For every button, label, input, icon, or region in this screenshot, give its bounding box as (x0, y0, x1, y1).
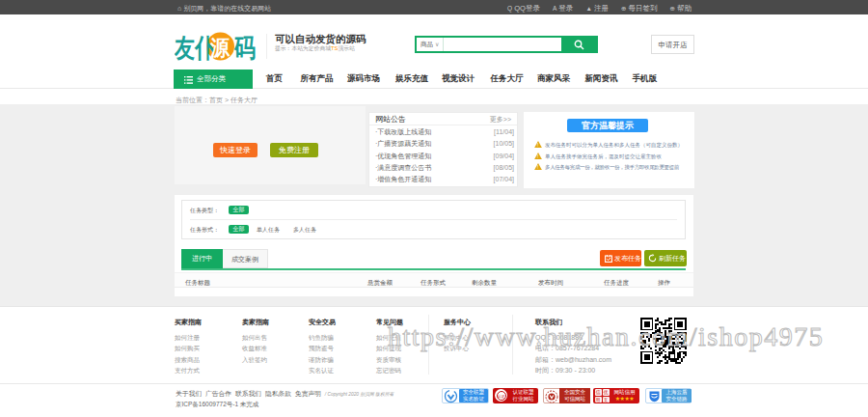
svg-text:友: 友 (175, 34, 195, 63)
svg-text:码: 码 (233, 34, 256, 63)
svg-text:源: 源 (209, 36, 231, 60)
